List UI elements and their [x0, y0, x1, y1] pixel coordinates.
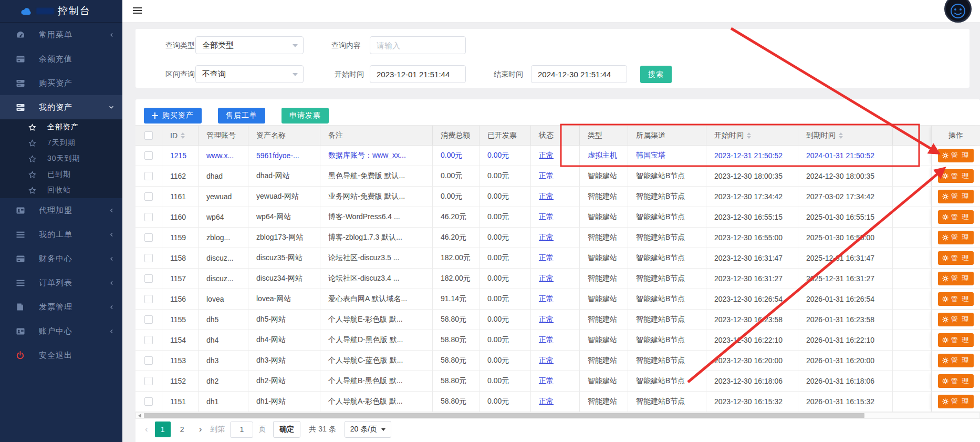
manage-button[interactable]: 管 理	[938, 354, 974, 367]
query-type-select[interactable]: 全部类型	[195, 36, 304, 54]
toolbar: 购买资产 售后工单 申请发票	[144, 108, 329, 124]
column-header-start[interactable]: 开始时间	[706, 126, 798, 145]
manage-button[interactable]: 管 理	[938, 231, 974, 244]
row-checkbox[interactable]	[144, 151, 153, 160]
cell-type: 智能建站	[580, 351, 628, 371]
cell-total: 0.00元	[433, 187, 479, 207]
row-checkbox[interactable]	[144, 274, 153, 283]
column-header-end[interactable]: 到期时间	[798, 126, 893, 145]
row-checkbox[interactable]	[144, 315, 153, 324]
sidebar-item-recycle-bin[interactable]: 回收站	[0, 182, 122, 198]
row-checkbox[interactable]	[144, 213, 153, 221]
pagination-next[interactable]: ›	[199, 424, 202, 435]
cell-status[interactable]: 正常	[531, 187, 580, 207]
manage-button[interactable]: 管 理	[938, 272, 974, 285]
manage-button[interactable]: 管 理	[938, 251, 974, 265]
cell-status[interactable]: 正常	[531, 166, 580, 186]
cell-status[interactable]: 正常	[531, 371, 580, 391]
chevron-left-icon	[109, 232, 114, 238]
aftersale-ticket-button[interactable]: 售后工单	[218, 108, 265, 124]
cell-total: 91.14元	[433, 289, 479, 309]
cell-status[interactable]: 正常	[531, 248, 580, 268]
logo[interactable]: 控制台	[0, 0, 122, 23]
cell-end: 2025-01-30 16:55:15	[798, 207, 893, 227]
column-header-id[interactable]: ID	[162, 126, 199, 145]
scroll-left-icon[interactable]	[138, 414, 141, 418]
row-checkbox[interactable]	[144, 397, 153, 406]
manage-button[interactable]: 管 理	[938, 333, 974, 347]
sidebar-item-my-assets[interactable]: 我的资产	[0, 95, 122, 119]
cell-start: 2023-12-30 16:18:06	[706, 371, 798, 391]
gear-icon	[942, 316, 948, 323]
row-checkbox[interactable]	[144, 295, 153, 303]
cell-status[interactable]: 正常	[531, 289, 580, 309]
sort-icon[interactable]	[747, 132, 751, 139]
sidebar-item-common-menu[interactable]: 常用菜单	[0, 23, 122, 47]
row-checkbox[interactable]	[144, 254, 153, 262]
sidebar-item-all-assets[interactable]: 全部资产	[0, 119, 122, 135]
pagination-prev[interactable]: ‹	[145, 424, 148, 435]
sidebar-item-invoice-mgmt[interactable]: 发票管理	[0, 295, 122, 319]
cell-start: 2023-12-30 17:34:42	[706, 187, 798, 207]
row-select-cell	[135, 310, 162, 330]
sidebar-item-agent-join[interactable]: 代理加盟	[0, 198, 122, 222]
page-size-select[interactable]: 20 条/页	[345, 421, 391, 438]
row-checkbox[interactable]	[144, 192, 153, 201]
scrollbar-thumb[interactable]	[144, 413, 864, 418]
cell-status[interactable]: 正常	[531, 146, 580, 166]
sidebar-item-order-list[interactable]: 订单列表	[0, 271, 122, 295]
start-time-label: 开始时间	[335, 65, 364, 83]
manage-button[interactable]: 管 理	[938, 374, 974, 388]
sidebar-item-my-tickets[interactable]: 我的工单	[0, 222, 122, 246]
cell-invoiced: 0.00元	[479, 248, 531, 268]
sidebar-item-expire-30d[interactable]: 30天到期	[0, 151, 122, 167]
sidebar-item-buy-assets[interactable]: 购买资产	[0, 71, 122, 95]
sidebar-item-expire-7d[interactable]: 7天到期	[0, 135, 122, 151]
row-checkbox[interactable]	[144, 356, 153, 365]
sidebar-toggle-icon[interactable]	[133, 7, 142, 15]
manage-button[interactable]: 管 理	[938, 190, 974, 203]
row-checkbox[interactable]	[144, 172, 153, 180]
sidebar-item-account[interactable]: 账户中心	[0, 319, 122, 343]
cell-status[interactable]: 正常	[531, 207, 580, 227]
star-icon	[28, 186, 36, 194]
goto-page-input[interactable]	[230, 422, 253, 438]
pagination-page-1[interactable]: 1	[155, 422, 171, 437]
query-content-input[interactable]	[370, 36, 466, 54]
chevron-left-icon	[109, 328, 114, 334]
sidebar-item-expired[interactable]: 已到期	[0, 167, 122, 182]
manage-button[interactable]: 管 理	[938, 313, 974, 326]
cell-status[interactable]: 正常	[531, 351, 580, 371]
cell-status[interactable]: 正常	[531, 310, 580, 330]
end-time-input[interactable]	[531, 65, 627, 83]
manage-button[interactable]: 管 理	[938, 210, 974, 224]
request-invoice-button[interactable]: 申请发票	[282, 108, 329, 124]
row-checkbox[interactable]	[144, 233, 153, 242]
manage-button[interactable]: 管 理	[938, 149, 974, 162]
cell-status[interactable]: 正常	[531, 330, 580, 350]
table-row: 1161yewuadyewuad-网站业务网站-免费版 默认...0.00元0.…	[135, 187, 980, 207]
sidebar-item-logout[interactable]: 安全退出	[0, 343, 122, 367]
sort-icon[interactable]	[839, 132, 843, 139]
cell-status[interactable]: 正常	[531, 269, 580, 289]
buy-asset-button[interactable]: 购买资产	[144, 108, 202, 124]
row-checkbox[interactable]	[144, 377, 153, 385]
goto-confirm-button[interactable]: 确定	[273, 421, 300, 438]
manage-button[interactable]: 管 理	[938, 292, 974, 306]
range-query-select[interactable]: 不查询	[195, 65, 304, 83]
horizontal-scrollbar[interactable]	[135, 412, 980, 419]
sidebar-item-finance[interactable]: 财务中心	[0, 246, 122, 271]
select-all-checkbox[interactable]	[144, 131, 153, 140]
cell-status[interactable]: 正常	[531, 228, 580, 248]
sort-icon[interactable]	[181, 132, 185, 139]
cell-status[interactable]: 正常	[531, 392, 580, 412]
manage-button[interactable]: 管 理	[938, 169, 974, 183]
pagination-page-2[interactable]: 2	[174, 422, 190, 437]
start-time-input[interactable]	[370, 65, 466, 83]
search-button[interactable]: 搜索	[640, 66, 672, 83]
avatar[interactable]	[944, 0, 972, 23]
row-checkbox[interactable]	[144, 336, 153, 344]
manage-button[interactable]: 管 理	[938, 395, 974, 408]
cell-id: 1154	[162, 330, 199, 350]
sidebar-item-recharge[interactable]: 余额充值	[0, 47, 122, 71]
